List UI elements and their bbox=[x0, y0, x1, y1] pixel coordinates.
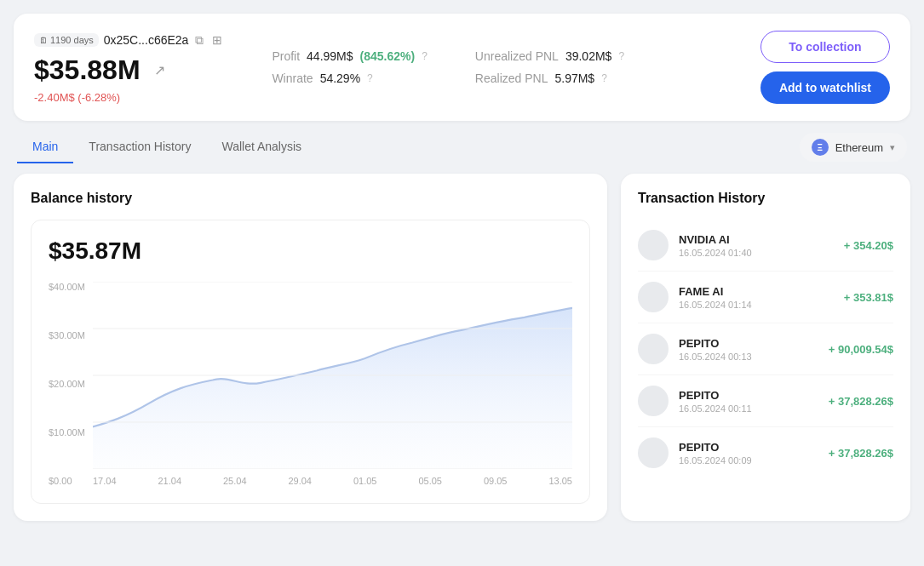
change-badge: -2.40M$ (-6.28%) bbox=[34, 91, 224, 104]
tx-amount: + 353.81$ bbox=[844, 291, 893, 304]
unrealized-label: Unrealized PNL bbox=[475, 49, 559, 63]
realized-label: Realized PNL bbox=[475, 71, 548, 85]
x-label-2504: 25.04 bbox=[223, 476, 247, 486]
tx-date: 16.05.2024 00:09 bbox=[679, 455, 818, 466]
chevron-down-icon: ▾ bbox=[890, 142, 895, 153]
profit-row: Profit 44.99M$ (845.62%) ? bbox=[272, 49, 427, 63]
profit-pct: (845.62%) bbox=[360, 49, 416, 63]
tx-avatar bbox=[638, 386, 669, 416]
nav-tabs: Main Transaction History Wallet Analysis bbox=[17, 131, 800, 163]
tx-avatar bbox=[638, 334, 669, 364]
tx-amount: + 37,828.26$ bbox=[829, 395, 893, 408]
unrealized-help[interactable]: ? bbox=[618, 50, 624, 62]
tx-name: PEPITO bbox=[679, 337, 818, 350]
tx-avatar bbox=[638, 437, 669, 468]
stats-group: Profit 44.99M$ (845.62%) ? Winrate 54.29… bbox=[272, 49, 427, 85]
actions-group: To collection Add to watchlist bbox=[760, 31, 890, 104]
days-badge: 🗓 1190 days bbox=[34, 33, 99, 47]
tx-date: 16.05.2024 00:11 bbox=[679, 403, 818, 414]
y-axis-labels: $40.00M $30.00M $20.00M $10.00M $0.00 bbox=[49, 282, 89, 486]
wallet-id-row: 🗓 1190 days 0x25C...c66E2a ⧉ ⊞ bbox=[34, 31, 224, 49]
calendar-icon: 🗓 bbox=[39, 36, 48, 45]
grid-button[interactable]: ⊞ bbox=[210, 31, 224, 49]
tx-name: PEPITO bbox=[679, 441, 818, 454]
top-card: 🗓 1190 days 0x25C...c66E2a ⧉ ⊞ $35.88M ↗… bbox=[14, 14, 910, 121]
profit-help[interactable]: ? bbox=[422, 50, 428, 62]
realized-value: 5.97M$ bbox=[554, 71, 594, 85]
transaction-history-title: Transaction History bbox=[638, 191, 893, 206]
chart-card: $35.87M $40.00M $30.00M $20.00M $10.00M … bbox=[31, 220, 590, 504]
y-label-0: $0.00 bbox=[49, 476, 85, 486]
main-content: Balance history $35.87M $40.00M $30.00M … bbox=[14, 174, 910, 521]
balance-row: $35.88M ↗ bbox=[34, 54, 224, 86]
tx-amount: + 90,009.54$ bbox=[829, 343, 893, 356]
transaction-history-card: Transaction History NVIDIA AI 16.05.2024… bbox=[621, 174, 910, 521]
nav-row: Main Transaction History Wallet Analysis… bbox=[14, 131, 910, 163]
tx-amount: + 354.20$ bbox=[844, 239, 893, 252]
balance-history-card: Balance history $35.87M $40.00M $30.00M … bbox=[14, 174, 607, 521]
ethereum-icon: Ξ bbox=[812, 139, 829, 156]
tx-avatar bbox=[638, 282, 669, 312]
x-axis-labels: 17.04 21.04 25.04 29.04 01.05 05.05 09.0… bbox=[93, 476, 572, 486]
tab-wallet-analysis[interactable]: Wallet Analysis bbox=[206, 131, 317, 163]
tx-name: FAME AI bbox=[679, 285, 834, 298]
unrealized-value: 39.02M$ bbox=[565, 49, 611, 63]
transaction-item: PEPITO 16.05.2024 00:11 + 37,828.26$ bbox=[638, 375, 893, 427]
profit-label: Profit bbox=[272, 49, 300, 63]
transaction-item: FAME AI 16.05.2024 01:14 + 353.81$ bbox=[638, 272, 893, 323]
tx-name: PEPITO bbox=[679, 389, 818, 402]
unrealized-row: Unrealized PNL 39.02M$ ? bbox=[475, 49, 624, 63]
share-button[interactable]: ↗ bbox=[154, 62, 165, 78]
tx-name: NVIDIA AI bbox=[679, 233, 834, 246]
x-label-0505: 05.05 bbox=[418, 476, 442, 486]
x-label-2104: 21.04 bbox=[158, 476, 181, 486]
chart-area-fill bbox=[93, 308, 572, 469]
tx-details: PEPITO 16.05.2024 00:11 bbox=[679, 389, 818, 414]
transaction-item: PEPITO 16.05.2024 00:09 + 37,828.26$ bbox=[638, 427, 893, 478]
balance-history-title: Balance history bbox=[31, 191, 590, 206]
x-label-2904: 29.04 bbox=[288, 476, 312, 486]
tx-date: 16.05.2024 01:14 bbox=[679, 300, 834, 310]
winrate-row: Winrate 54.29% ? bbox=[272, 71, 427, 85]
tx-amount: + 37,828.26$ bbox=[829, 447, 893, 460]
pnl-stats-group: Unrealized PNL 39.02M$ ? Realized PNL 5.… bbox=[475, 49, 624, 85]
tx-details: NVIDIA AI 16.05.2024 01:40 bbox=[679, 233, 834, 258]
to-collection-button[interactable]: To collection bbox=[760, 31, 890, 63]
y-label-20m: $20.00M bbox=[49, 379, 85, 389]
tx-date: 16.05.2024 01:40 bbox=[679, 248, 834, 258]
transaction-item: NVIDIA AI 16.05.2024 01:40 + 354.20$ bbox=[638, 220, 893, 272]
tab-main[interactable]: Main bbox=[17, 131, 73, 163]
winrate-help[interactable]: ? bbox=[367, 72, 373, 84]
wallet-address: 0x25C...c66E2a bbox=[104, 33, 189, 47]
tx-details: PEPITO 16.05.2024 00:09 bbox=[679, 441, 818, 466]
balance-value: $35.88M bbox=[34, 54, 141, 86]
tx-date: 16.05.2024 00:13 bbox=[679, 352, 818, 362]
x-label-1704: 17.04 bbox=[93, 476, 117, 486]
profit-value: 44.99M$ bbox=[307, 49, 353, 63]
realized-row: Realized PNL 5.97M$ ? bbox=[475, 71, 624, 85]
winrate-label: Winrate bbox=[272, 71, 313, 85]
x-label-0905: 09.05 bbox=[484, 476, 508, 486]
copy-button[interactable]: ⧉ bbox=[193, 31, 205, 49]
y-label-10m: $10.00M bbox=[49, 427, 85, 437]
y-label-40m: $40.00M bbox=[49, 282, 85, 292]
chart-balance-value: $35.87M bbox=[49, 237, 572, 265]
chart-area: $40.00M $30.00M $20.00M $10.00M $0.00 bbox=[49, 282, 572, 486]
transaction-item: PEPITO 16.05.2024 00:13 + 90,009.54$ bbox=[638, 323, 893, 375]
tx-details: FAME AI 16.05.2024 01:14 bbox=[679, 285, 834, 310]
chart-svg-wrapper bbox=[93, 282, 572, 469]
balance-chart-svg bbox=[93, 282, 572, 469]
x-label-1305: 13.05 bbox=[548, 476, 572, 486]
tab-transaction-history[interactable]: Transaction History bbox=[73, 131, 206, 163]
network-dropdown[interactable]: Ξ Ethereum ▾ bbox=[800, 133, 907, 162]
y-label-30m: $30.00M bbox=[49, 330, 85, 340]
transaction-list: NVIDIA AI 16.05.2024 01:40 + 354.20$ FAM… bbox=[638, 220, 893, 478]
x-label-0105: 01.05 bbox=[353, 476, 377, 486]
tx-details: PEPITO 16.05.2024 00:13 bbox=[679, 337, 818, 362]
winrate-value: 54.29% bbox=[320, 71, 360, 85]
network-name: Ethereum bbox=[835, 141, 883, 154]
tx-avatar bbox=[638, 230, 669, 260]
wallet-info: 🗓 1190 days 0x25C...c66E2a ⧉ ⊞ $35.88M ↗… bbox=[34, 31, 224, 104]
add-watchlist-button[interactable]: Add to watchlist bbox=[760, 71, 890, 104]
realized-help[interactable]: ? bbox=[601, 72, 607, 84]
